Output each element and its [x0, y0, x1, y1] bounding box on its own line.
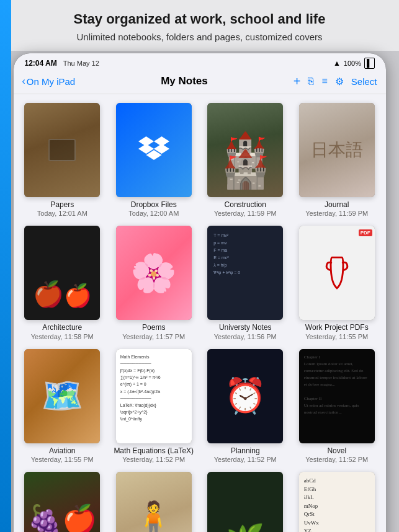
notebook-date-architecture: Yesterday, 11:58 PM	[31, 333, 94, 340]
back-chevron-icon: ‹	[22, 76, 25, 87]
status-right: ▲ 100% ▌	[333, 58, 375, 69]
promo-subtitle: Unlimited notebooks, folders and pages, …	[12, 31, 387, 43]
pdf-badge: PDF	[359, 229, 372, 236]
notebook-cover-journal: 日本語	[299, 103, 375, 197]
status-time: 12:04 AM	[25, 59, 57, 68]
notebook-name-planning: Planning	[231, 446, 260, 455]
promo-title: Stay organized at work, school and life	[12, 11, 387, 27]
notebook-item-poems[interactable]: 🌸PoemsYesterday, 11:57 PM	[111, 226, 197, 340]
wifi-icon: ▲	[333, 59, 341, 68]
notebook-cover-papers	[24, 103, 100, 197]
notebook-item-journal[interactable]: 日本語JournalYesterday, 11:59 PM	[294, 103, 380, 217]
nav-back-button[interactable]: ‹ On My iPad	[22, 76, 76, 87]
notebook-grid: PapersToday, 12:01 AM Dropbox FilesToday…	[20, 103, 380, 532]
notebook-cover-aviation: 🗺️	[24, 349, 100, 443]
notebook-cover-planning: ⏰	[207, 349, 283, 443]
device-frame: 12:04 AM Thu May 12 ▲ 100% ▌ ‹ On My iPa…	[14, 53, 386, 532]
notebook-item-aviation[interactable]: 🗺️AviationYesterday, 11:55 PM	[20, 349, 105, 463]
notebook-date-workpdf: Yesterday, 11:55 PM	[305, 333, 368, 340]
notebook-cover-architecture: 🍎	[24, 226, 100, 320]
notebook-name-aviation: Aviation	[49, 446, 75, 455]
notebook-cover-math: Math Elements──────────∫f(x)dx = F(b)-F(…	[116, 349, 192, 443]
notebook-item-drafts[interactable]: abCdEfGhiJkLmNopQrStUvWxYZ Drafts	[294, 472, 380, 532]
notebook-name-dropbox: Dropbox Files	[131, 200, 177, 209]
battery-icon: ▌	[364, 58, 375, 69]
notebook-item-papers[interactable]: PapersToday, 12:01 AM	[20, 103, 105, 217]
notebook-cover-davinci: 🧍	[116, 472, 192, 532]
list-view-button[interactable]: ≡	[321, 76, 327, 87]
notebook-name-workpdf: Work Project PDFs	[305, 323, 369, 332]
notebook-cover-poems: 🌸	[116, 226, 192, 320]
notebook-item-university[interactable]: T = mv²p = mvF = maE = mc²λ = h/p∇²ψ + k…	[203, 226, 289, 340]
notebook-cover-construction: 🏰	[207, 103, 283, 197]
notebook-date-construction: Yesterday, 11:59 PM	[214, 210, 277, 217]
nav-title: My Notes	[161, 75, 208, 87]
notebook-item-medicine[interactable]: 🌿 Medicine	[203, 472, 289, 532]
notebook-item-architecture[interactable]: 🍎 ArchitectureYesterday, 11:58 PM	[20, 226, 105, 340]
notebook-cover-recipes: 🍇🍎	[24, 472, 100, 532]
notebook-date-math: Yesterday, 11:52 PM	[122, 456, 185, 463]
notebook-cover-university: T = mv²p = mvF = maE = mc²λ = h/p∇²ψ + k…	[207, 226, 283, 320]
nav-bar: ‹ On My iPad My Notes + ⎘ ≡ ⚙ Select	[14, 72, 386, 94]
notebook-item-planning[interactable]: ⏰PlanningYesterday, 11:52 PM	[203, 349, 289, 463]
notebook-item-davinci[interactable]: 🧍DaVinci Notes	[111, 472, 197, 532]
notebook-name-math: Math Equations (LaTeX)	[114, 446, 194, 455]
settings-button[interactable]: ⚙	[335, 76, 344, 87]
notebook-item-recipes[interactable]: 🍇🍎Recipes	[20, 472, 105, 532]
side-blue-bar	[0, 0, 11, 532]
notebook-name-papers: Papers	[50, 200, 74, 209]
content-area: PapersToday, 12:01 AM Dropbox FilesToday…	[14, 94, 386, 532]
status-bar: 12:04 AM Thu May 12 ▲ 100% ▌	[14, 53, 386, 72]
battery-percent: 100%	[344, 60, 361, 67]
status-date: Thu May 12	[63, 60, 99, 67]
notebook-cover-drafts: abCdEfGhiJkLmNopQrStUvWxYZ	[299, 472, 375, 532]
notebook-item-novel[interactable]: Chapter ILorem ipsum dolor sit amet, con…	[294, 349, 380, 463]
notebook-cover-dropbox	[116, 103, 192, 197]
notebook-date-papers: Today, 12:01 AM	[37, 210, 87, 217]
notebook-name-architecture: Architecture	[42, 323, 82, 332]
notebook-cover-workpdf: PDF	[299, 226, 375, 320]
promo-area: Stay organized at work, school and life …	[0, 0, 399, 51]
select-button[interactable]: Select	[351, 76, 377, 87]
notebook-item-construction[interactable]: 🏰ConstructionYesterday, 11:59 PM	[203, 103, 289, 217]
add-button[interactable]: +	[294, 74, 301, 89]
new-note-button[interactable]: ⎘	[308, 76, 314, 87]
notebook-name-journal: Journal	[325, 200, 349, 209]
notebook-name-novel: Novel	[327, 446, 346, 455]
notebook-name-construction: Construction	[225, 200, 266, 209]
notebook-date-journal: Yesterday, 11:59 PM	[305, 210, 368, 217]
notebook-cover-novel: Chapter ILorem ipsum dolor sit amet, con…	[299, 349, 375, 443]
notebook-date-novel: Yesterday, 11:52 PM	[305, 456, 368, 463]
nav-actions: + ⎘ ≡ ⚙ Select	[294, 74, 377, 89]
notebook-name-poems: Poems	[142, 323, 165, 332]
notebook-date-poems: Yesterday, 11:57 PM	[122, 333, 185, 340]
notebook-name-university: Universty Notes	[219, 323, 272, 332]
notebook-item-workpdf[interactable]: PDFWork Project PDFsYesterday, 11:55 PM	[294, 226, 380, 340]
notebook-item-math[interactable]: Math Elements──────────∫f(x)dx = F(b)-F(…	[111, 349, 197, 463]
notebook-date-aviation: Yesterday, 11:55 PM	[31, 456, 94, 463]
notebook-date-university: Yesterday, 11:56 PM	[214, 333, 277, 340]
notebook-cover-medicine: 🌿	[207, 472, 283, 532]
notebook-date-dropbox: Today, 12:00 AM	[128, 210, 179, 217]
nav-back-label: On My iPad	[27, 76, 75, 87]
notebook-date-planning: Yesterday, 11:52 PM	[214, 456, 277, 463]
notebook-item-dropbox[interactable]: Dropbox FilesToday, 12:00 AM	[111, 103, 197, 217]
